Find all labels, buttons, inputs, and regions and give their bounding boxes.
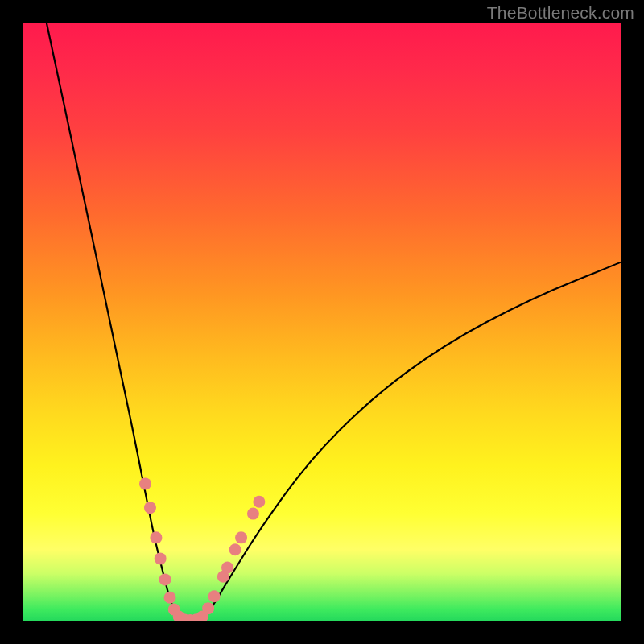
- data-marker: [144, 502, 156, 514]
- data-marker: [164, 592, 176, 604]
- watermark-text: TheBottleneck.com: [487, 3, 634, 23]
- data-marker: [229, 543, 242, 555]
- left-curve: [47, 23, 179, 621]
- plot-area: [23, 23, 621, 621]
- data-marker: [247, 508, 259, 520]
- data-marker: [253, 496, 265, 508]
- data-marker: [202, 602, 214, 614]
- data-marker: [155, 552, 167, 564]
- data-marker: [235, 531, 247, 543]
- data-marker: [221, 562, 233, 574]
- right-curve: [202, 262, 621, 621]
- chart-svg: [23, 23, 621, 621]
- chart-frame: TheBottleneck.com: [0, 0, 644, 644]
- data-marker: [150, 531, 162, 543]
- data-marker: [139, 477, 151, 489]
- data-marker: [208, 590, 221, 602]
- curve-group: [47, 23, 621, 621]
- data-marker: [159, 573, 171, 585]
